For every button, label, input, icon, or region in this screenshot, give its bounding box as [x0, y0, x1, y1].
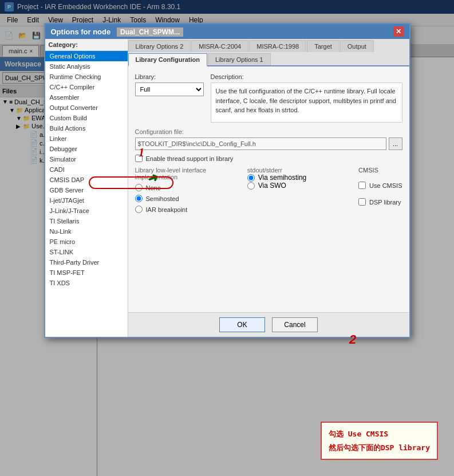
tab-content-library-config: Library: Full Description: Use the full …	[128, 66, 409, 312]
dialog-footer: OK Cancel	[128, 312, 409, 337]
ok-button[interactable]: OK	[219, 317, 265, 332]
use-cmsis-label: Use CMSIS	[369, 182, 402, 189]
annotation-line2: 然后勾选下面的DSP library	[329, 441, 430, 454]
config-file-section: Configuration file: ...	[135, 128, 402, 150]
category-custom-build[interactable]: Custom Build	[45, 113, 128, 123]
category-third-party[interactable]: Third-Party Driver	[45, 257, 128, 267]
tab-misra-2004[interactable]: MISRA-C:2004	[191, 40, 248, 52]
cancel-button[interactable]: Cancel	[272, 317, 318, 332]
thread-support-row: Enable thread support in library	[135, 155, 402, 162]
tab-misra-1998[interactable]: MISRA-C:1998	[249, 40, 306, 52]
use-cmsis-row: Use CMSIS	[358, 182, 402, 189]
category-debugger[interactable]: Debugger	[45, 144, 128, 154]
category-st-link[interactable]: ST-LINK	[45, 247, 128, 257]
browse-button[interactable]: ...	[389, 137, 402, 150]
library-group: Library: Full	[135, 73, 204, 96]
category-ti-stellaris[interactable]: TI Stellaris	[45, 216, 128, 226]
category-pe-micro[interactable]: PE micro	[45, 237, 128, 247]
category-general-options[interactable]: General Options	[45, 51, 128, 61]
category-output-converter[interactable]: Output Converter	[45, 103, 128, 113]
options-dialog: Options for node Dual_CH_SPWM... ✕ Categ…	[44, 23, 410, 338]
category-simulator[interactable]: Simulator	[45, 154, 128, 164]
category-runtime-checking[interactable]: Runtime Checking	[45, 72, 128, 82]
category-panel: Category: General Options Static Analysi…	[45, 39, 128, 337]
stdout-via-swo: Via SWO	[247, 182, 354, 190]
category-linker[interactable]: Linker	[45, 133, 128, 144]
radio-iar-breakpoint-label: IAR breakpoint	[146, 206, 188, 213]
dsp-library-checkbox[interactable]	[358, 198, 366, 206]
category-cadi[interactable]: CADI	[45, 164, 128, 175]
stdout-swo-radio[interactable]	[247, 182, 255, 190]
annotation-line1: 勾选 Use CMSIS	[329, 427, 430, 440]
options-panel: Library Options 2 MISRA-C:2004 MISRA-C:1…	[128, 39, 409, 337]
dialog-title: Options for node Dual_CH_SPWM...	[51, 27, 184, 36]
category-cpp-compiler[interactable]: C/C++ Compiler	[45, 82, 128, 92]
tab-target[interactable]: Target	[307, 40, 339, 52]
category-gdb-server[interactable]: GDB Server	[45, 185, 128, 195]
dialog-body: Category: General Options Static Analysi…	[45, 39, 409, 337]
stdout-semihosting-radio[interactable]	[247, 174, 255, 182]
inner-tab-bar: Library Options 2 MISRA-C:2004 MISRA-C:1…	[128, 39, 409, 66]
config-file-label: Configuration file:	[135, 128, 402, 135]
dialog-node-name: Dual_CH_SPWM...	[117, 27, 183, 37]
config-file-input[interactable]	[135, 137, 386, 150]
category-cmsis-dap[interactable]: CMSIS DAP	[45, 175, 128, 185]
category-nu-link[interactable]: Nu-Link	[45, 226, 128, 237]
dialog-title-bar: Options for node Dual_CH_SPWM... ✕	[45, 24, 409, 39]
thread-support-label: Enable thread support in library	[146, 155, 234, 162]
radio-semihosted: Semihosted	[135, 195, 242, 202]
config-file-row: ...	[135, 137, 402, 150]
tab-library-config[interactable]: Library Configuration	[128, 53, 207, 66]
radio-semihosted-input[interactable]	[135, 195, 143, 202]
category-ijet[interactable]: I-jet/JTAGjet	[45, 195, 128, 206]
interface-left: Library low-level interface implementati…	[135, 167, 242, 213]
tab-library-options-2[interactable]: Library Options 2	[128, 40, 191, 52]
category-ti-xds[interactable]: TI XDS	[45, 278, 128, 288]
radio-semihosted-label: Semihosted	[146, 195, 179, 202]
stdout-semihosting-label: Via semihosting	[258, 174, 307, 182]
description-label: Description:	[211, 73, 402, 80]
library-select[interactable]: Full	[135, 82, 204, 96]
stdout-via-semihosting: Via semihosting	[247, 174, 354, 182]
library-row: Library: Full Description: Use the full …	[135, 73, 402, 123]
category-static-analysis[interactable]: Static Analysis	[45, 61, 128, 72]
category-ti-msp[interactable]: TI MSP-FET	[45, 267, 128, 278]
description-group: Description: Use the full configuration …	[211, 73, 402, 123]
cmsis-label: CMSIS	[358, 167, 402, 174]
category-label: Category:	[45, 39, 128, 51]
radio-none-input[interactable]	[135, 184, 143, 191]
dsp-library-row: DSP library	[358, 198, 402, 206]
dsp-library-label: DSP library	[369, 199, 401, 206]
stdout-label: stdout/stderr	[247, 167, 354, 174]
description-text: Use the full configuration of the C/C++ …	[211, 82, 402, 123]
use-cmsis-checkbox[interactable]	[358, 182, 366, 189]
library-label: Library:	[135, 73, 204, 80]
interface-title: Library low-level interface implementati…	[135, 167, 242, 180]
annotation-chinese: 勾选 Use CMSIS 然后勾选下面的DSP library	[321, 422, 438, 460]
tab-output[interactable]: Output	[340, 40, 374, 52]
stdout-swo-label: Via SWO	[258, 182, 286, 190]
thread-support-checkbox[interactable]	[135, 155, 143, 162]
interface-right: stdout/stderr Via semihosting Via SWO	[242, 167, 354, 190]
interface-radio-group: None Semihosted IAR breakpoint	[135, 184, 242, 213]
cmsis-group: CMSIS Use CMSIS DSP library	[354, 167, 402, 210]
category-build-actions[interactable]: Build Actions	[45, 123, 128, 133]
radio-none: None	[135, 184, 242, 191]
category-assembler[interactable]: Assembler	[45, 92, 128, 103]
tab-library-options-1[interactable]: Library Options 1	[208, 53, 271, 65]
dialog-overlay: Options for node Dual_CH_SPWM... ✕ Categ…	[0, 0, 454, 476]
radio-iar-breakpoint: IAR breakpoint	[135, 206, 242, 213]
dialog-close-button[interactable]: ✕	[393, 26, 404, 37]
interface-section: Library low-level interface implementati…	[135, 167, 402, 213]
radio-none-label: None	[146, 184, 161, 191]
radio-iar-breakpoint-input[interactable]	[135, 206, 143, 213]
category-jlink[interactable]: J-Link/J-Trace	[45, 206, 128, 216]
